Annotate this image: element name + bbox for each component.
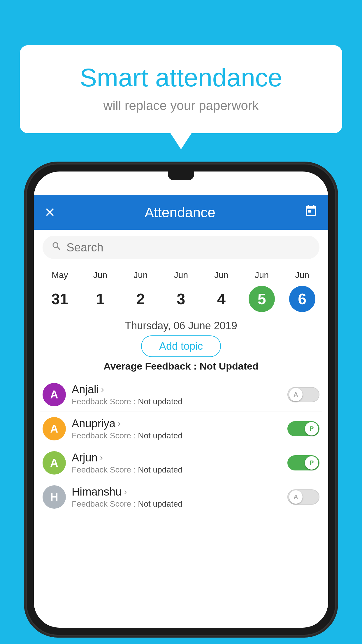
phone-container: 14:29 ▾ ◀ ▮ ✕ Attendance bbox=[26, 163, 336, 636]
cal-month: May bbox=[52, 270, 68, 280]
calendar-date-cell[interactable]: 5 bbox=[244, 286, 279, 312]
calendar-date-cell[interactable]: 2 bbox=[123, 286, 158, 312]
student-name: Arjun › bbox=[72, 452, 282, 464]
student-feedback: Feedback Score : Not updated bbox=[72, 465, 282, 475]
signal-icon: ◀ bbox=[306, 178, 312, 188]
cal-month: Jun bbox=[133, 270, 147, 280]
cal-date[interactable]: 4 bbox=[208, 286, 235, 312]
cal-date[interactable]: 31 bbox=[47, 286, 73, 312]
student-info: Himanshu › Feedback Score : Not updated bbox=[72, 486, 282, 509]
calendar-month-cell: Jun bbox=[83, 270, 118, 281]
calendar-month-cell: Jun bbox=[164, 270, 198, 281]
calendar-date-cell[interactable]: 31 bbox=[42, 286, 77, 312]
attendance-toggle[interactable]: P bbox=[287, 455, 319, 470]
calendar-date-cell[interactable]: 6 bbox=[285, 286, 320, 312]
calendar-month-cell: Jun bbox=[285, 270, 320, 281]
battery-icon: ▮ bbox=[316, 178, 320, 188]
feedback-value: Not updated bbox=[138, 465, 182, 474]
selected-date-label: Thursday, 06 June 2019 bbox=[34, 320, 328, 332]
feedback-value: Not updated bbox=[138, 499, 182, 508]
cal-date[interactable]: 1 bbox=[87, 286, 113, 312]
avatar: H bbox=[43, 485, 66, 509]
search-icon bbox=[51, 241, 62, 254]
calendar-dates-row: 31123456 bbox=[40, 284, 322, 314]
avg-feedback-value: Not Updated bbox=[200, 360, 259, 372]
chevron-icon: › bbox=[101, 384, 104, 394]
chevron-icon: › bbox=[100, 453, 103, 463]
toggle-thumb: A bbox=[289, 388, 303, 401]
student-info: Anupriya › Feedback Score : Not updated bbox=[72, 417, 282, 440]
cal-date[interactable]: 5 bbox=[249, 286, 275, 312]
student-item[interactable]: A Arjun › Feedback Score : Not updated P bbox=[40, 446, 322, 480]
student-info: Arjun › Feedback Score : Not updated bbox=[72, 452, 282, 475]
student-feedback: Feedback Score : Not updated bbox=[72, 431, 282, 440]
app-title: Attendance bbox=[56, 204, 304, 220]
calendar-strip: MayJunJunJunJunJunJun 31123456 bbox=[34, 265, 328, 314]
attendance-toggle[interactable]: A bbox=[287, 387, 319, 402]
avatar: A bbox=[43, 451, 66, 475]
student-name: Anjali › bbox=[72, 383, 282, 396]
sub-title: will replace your paperwork bbox=[43, 98, 319, 113]
cal-month: Jun bbox=[174, 270, 188, 280]
student-item[interactable]: H Himanshu › Feedback Score : Not update… bbox=[40, 480, 322, 514]
calendar-month-cell: Jun bbox=[244, 270, 279, 281]
cal-date[interactable]: 6 bbox=[289, 286, 315, 312]
student-name: Himanshu › bbox=[72, 486, 282, 498]
avatar: A bbox=[43, 383, 66, 406]
speech-bubble: Smart attendance will replace your paper… bbox=[20, 45, 342, 133]
wifi-icon: ▾ bbox=[298, 178, 303, 188]
toggle-thumb: P bbox=[305, 422, 318, 435]
attendance-toggle[interactable]: A bbox=[287, 489, 319, 505]
search-bar[interactable] bbox=[43, 236, 319, 259]
toggle-thumb: A bbox=[289, 490, 303, 504]
notch bbox=[168, 172, 194, 180]
main-title: Smart attendance bbox=[43, 63, 319, 92]
cal-month: Jun bbox=[214, 270, 228, 280]
calendar-month-cell: May bbox=[42, 270, 77, 281]
cal-date[interactable]: 3 bbox=[168, 286, 194, 312]
student-feedback: Feedback Score : Not updated bbox=[72, 397, 282, 406]
calendar-month-cell: Jun bbox=[204, 270, 239, 281]
feedback-value: Not updated bbox=[138, 431, 182, 440]
feedback-value: Not updated bbox=[138, 397, 182, 406]
student-feedback: Feedback Score : Not updated bbox=[72, 499, 282, 509]
cal-month: Jun bbox=[255, 270, 269, 280]
student-list: A Anjali › Feedback Score : Not updated … bbox=[34, 378, 328, 514]
student-item[interactable]: A Anupriya › Feedback Score : Not update… bbox=[40, 412, 322, 446]
chevron-icon: › bbox=[124, 487, 127, 497]
status-time: 14:29 bbox=[42, 177, 66, 188]
calendar-icon[interactable] bbox=[304, 204, 318, 221]
close-button[interactable]: ✕ bbox=[44, 204, 56, 220]
toggle-thumb: P bbox=[305, 456, 318, 470]
student-info: Anjali › Feedback Score : Not updated bbox=[72, 383, 282, 406]
app-bar: ✕ Attendance bbox=[34, 195, 328, 230]
avg-feedback-label: Average Feedback : bbox=[103, 360, 199, 372]
student-item[interactable]: A Anjali › Feedback Score : Not updated … bbox=[40, 378, 322, 412]
chevron-icon: › bbox=[118, 419, 121, 428]
student-name: Anupriya › bbox=[72, 417, 282, 430]
phone-frame: 14:29 ▾ ◀ ▮ ✕ Attendance bbox=[26, 163, 336, 636]
average-feedback: Average Feedback : Not Updated bbox=[34, 360, 328, 372]
status-icons: ▾ ◀ ▮ bbox=[298, 178, 320, 188]
calendar-date-cell[interactable]: 4 bbox=[204, 286, 239, 312]
cal-month: Jun bbox=[93, 270, 107, 280]
calendar-date-cell[interactable]: 3 bbox=[164, 286, 198, 312]
cal-date[interactable]: 2 bbox=[127, 286, 154, 312]
calendar-months-row: MayJunJunJunJunJunJun bbox=[40, 268, 322, 284]
calendar-month-cell: Jun bbox=[123, 270, 158, 281]
add-topic-button[interactable]: Add topic bbox=[141, 335, 221, 357]
calendar-date-cell[interactable]: 1 bbox=[83, 286, 118, 312]
cal-month: Jun bbox=[295, 270, 309, 280]
screen: ✕ Attendance MayJunJunJun bbox=[34, 172, 328, 628]
avatar: A bbox=[43, 417, 66, 440]
search-input[interactable] bbox=[66, 241, 311, 254]
attendance-toggle[interactable]: P bbox=[287, 421, 319, 436]
